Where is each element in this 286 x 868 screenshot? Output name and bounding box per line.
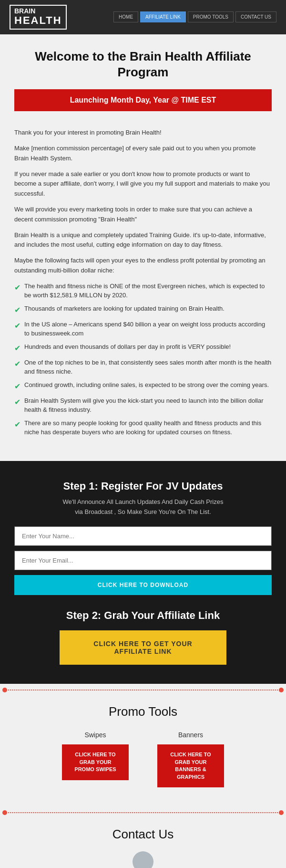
nav-promo-tools[interactable]: PROMO TOOLS	[188, 11, 234, 22]
affiliate-link-button[interactable]: CLICK HERE TO GET YOUR AFFILIATE LINK	[60, 630, 226, 665]
check-icon: ✔	[14, 282, 20, 293]
dark-section: Step 1: Register For JV Updates We'll An…	[0, 461, 286, 684]
step1-heading: Step 1: Register For JV Updates	[14, 480, 272, 492]
nav-contact-us[interactable]: CONTACT US	[235, 11, 276, 22]
name-input[interactable]	[14, 526, 272, 546]
contact-section: Contact Us f FACEBOOK S SKYPE ✉ EMAIL	[0, 815, 286, 868]
list-item: ✔ The health and fitness niche is ONE of…	[14, 282, 272, 300]
check-icon: ✔	[14, 304, 20, 316]
nav-home[interactable]: HOME	[113, 11, 138, 22]
banners-label: Banners	[157, 731, 224, 739]
check-icon: ✔	[14, 381, 20, 392]
contact-heading: Contact Us	[10, 827, 276, 842]
step1-subtext: We'll Announce All Launch Updates And Da…	[14, 497, 272, 517]
dot-right-1	[279, 688, 284, 692]
page-title: Welcome to the Brain Health Affiliate Pr…	[14, 49, 272, 81]
list-item: ✔ Brain Health System will give you the …	[14, 396, 272, 415]
nav-affiliate-link[interactable]: AFFILIATE LINK	[140, 11, 186, 22]
check-icon: ✔	[14, 343, 20, 354]
list-item: ✔ Hundreds and even thousands of dollars…	[14, 342, 272, 354]
dot-left-1	[2, 688, 7, 692]
avatar-head	[133, 851, 153, 868]
promo-cols: Swipes CLICK HERE TO GRAB YOUR PROMO SWI…	[10, 731, 276, 787]
dot-left-2	[2, 810, 7, 815]
logo: BRAIN HEALTH	[10, 5, 67, 30]
divider-2	[0, 806, 286, 815]
para-3: If you never made a sale earlier or you …	[14, 169, 272, 199]
list-item: ✔ One of the top niches to be in, that c…	[14, 358, 272, 376]
promo-heading: Promo Tools	[10, 704, 276, 719]
check-icon: ✔	[14, 419, 20, 430]
content-section: Thank you for your interest in promoting…	[0, 121, 286, 461]
avatar	[122, 851, 164, 868]
list-item: ✔ Thousands of marketers are looking for…	[14, 304, 272, 316]
swipes-label: Swipes	[62, 731, 129, 739]
promo-banners-col: Banners CLICK HERE TO GRAB YOUR BANNERS …	[157, 731, 224, 787]
nav-links: HOME AFFILIATE LINK PROMO TOOLS CONTACT …	[113, 11, 276, 22]
list-item: ✔ Continued growth, including online sal…	[14, 380, 272, 392]
download-button[interactable]: CLICK HERE TO DOWNLOAD	[14, 575, 272, 595]
launch-bar: Launching Month Day, Year @ TIME EST	[14, 89, 272, 111]
step2-heading: Step 2: Grab Your Affiliate Link	[14, 609, 272, 622]
divider-1	[0, 684, 286, 692]
para-5: Brain Health is a unique and completely …	[14, 230, 272, 251]
check-icon: ✔	[14, 397, 20, 408]
para-4: We will provide you every marketing tool…	[14, 205, 272, 225]
divider-line-1	[8, 690, 278, 690]
divider-line-2	[8, 812, 278, 813]
para-1: Thank you for your interest in promoting…	[14, 128, 272, 138]
list-item: ✔ There are so many people looking for g…	[14, 418, 272, 437]
para-2: Make [mention commission percentage] of …	[14, 144, 272, 164]
para-6: Maybe the following facts will open your…	[14, 256, 272, 276]
check-icon: ✔	[14, 320, 20, 332]
list-item: ✔ In the US alone – Americans spend $40 …	[14, 320, 272, 338]
banners-button[interactable]: CLICK HERE TO GRAB YOUR BANNERS & GRAPHI…	[157, 744, 224, 787]
swipes-button[interactable]: CLICK HERE TO GRAB YOUR PROMO SWIPES	[62, 744, 129, 780]
checklist: ✔ The health and fitness niche is ONE of…	[14, 282, 272, 437]
promo-swipes-col: Swipes CLICK HERE TO GRAB YOUR PROMO SWI…	[62, 731, 129, 780]
promo-section: Promo Tools Swipes CLICK HERE TO GRAB YO…	[0, 692, 286, 806]
email-input[interactable]	[14, 551, 272, 570]
hero-section: Welcome to the Brain Health Affiliate Pr…	[0, 34, 286, 121]
navbar: BRAIN HEALTH HOME AFFILIATE LINK PROMO T…	[0, 0, 286, 34]
check-icon: ✔	[14, 358, 20, 370]
dot-right-2	[279, 810, 284, 815]
